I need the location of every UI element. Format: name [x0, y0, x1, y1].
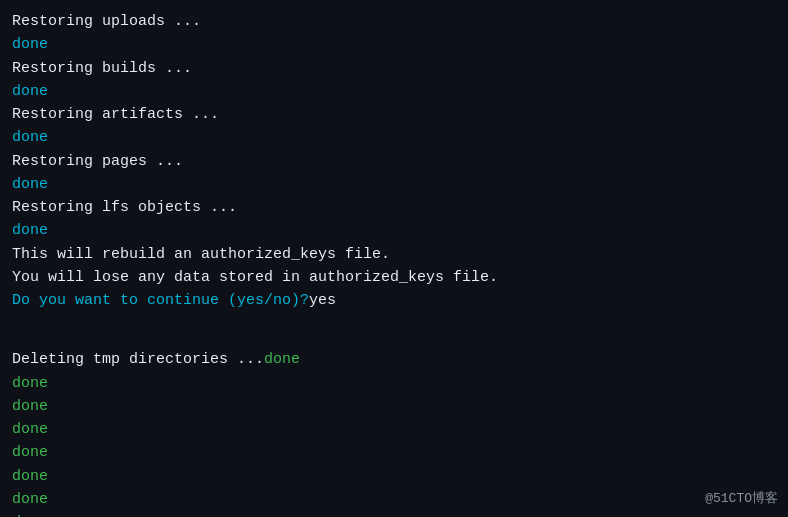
terminal-text: This will rebuild an authorized_keys fil… [12, 243, 390, 266]
terminal-line: done [12, 488, 776, 511]
terminal-line: Restoring pages ... [12, 150, 776, 173]
watermark: @51CTO博客 [705, 489, 778, 507]
terminal-line: done [12, 511, 776, 517]
terminal-text: done [12, 511, 48, 517]
terminal-text: Restoring builds ... [12, 57, 192, 80]
terminal-output: Restoring uploads ...doneRestoring build… [0, 0, 788, 517]
terminal-text: You will lose any data stored in authori… [12, 266, 498, 289]
terminal-text: done [12, 80, 48, 103]
terminal-line: done [12, 395, 776, 418]
terminal-text: done [12, 488, 48, 511]
terminal-line: Restoring builds ... [12, 57, 776, 80]
terminal-text: done [12, 126, 48, 149]
terminal-text: done [12, 418, 48, 441]
terminal-text: Restoring artifacts ... [12, 103, 219, 126]
terminal-line: Do you want to continue (yes/no)? yes [12, 289, 776, 312]
terminal-line: done [12, 126, 776, 149]
terminal-text: Deleting tmp directories ... [12, 348, 264, 371]
terminal-text: yes [309, 289, 336, 312]
terminal-line: done [12, 372, 776, 395]
terminal-line: This will rebuild an authorized_keys fil… [12, 243, 776, 266]
terminal-line: done [12, 80, 776, 103]
terminal-text: Restoring lfs objects ... [12, 196, 237, 219]
terminal-line: You will lose any data stored in authori… [12, 266, 776, 289]
terminal-line: done [12, 441, 776, 464]
terminal-line: Restoring lfs objects ... [12, 196, 776, 219]
terminal-text: done [12, 441, 48, 464]
terminal-text: done [12, 372, 48, 395]
terminal-text: done [264, 348, 300, 371]
terminal-text: Restoring pages ... [12, 150, 183, 173]
terminal-line: done [12, 465, 776, 488]
terminal-text: done [12, 465, 48, 488]
terminal-text: Restoring uploads ... [12, 10, 201, 33]
terminal-text: done [12, 219, 48, 242]
terminal-text: Do you want to continue (yes/no)? [12, 289, 309, 312]
terminal-spacer [12, 312, 776, 330]
terminal-line: Restoring artifacts ... [12, 103, 776, 126]
terminal-spacer [12, 330, 776, 348]
terminal-line: Restoring uploads ... [12, 10, 776, 33]
terminal-text: done [12, 395, 48, 418]
terminal-line: done [12, 33, 776, 56]
terminal-line: done [12, 173, 776, 196]
terminal-line: Deleting tmp directories ... done [12, 348, 776, 371]
terminal-text: done [12, 33, 48, 56]
terminal-line: done [12, 219, 776, 242]
terminal-line: done [12, 418, 776, 441]
terminal-text: done [12, 173, 48, 196]
